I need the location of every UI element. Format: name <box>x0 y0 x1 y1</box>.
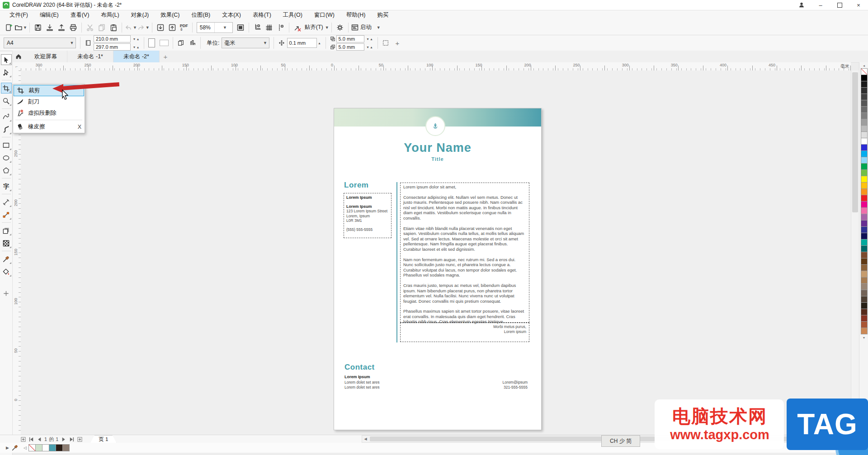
import-arrow-button[interactable] <box>44 22 56 33</box>
show-rulers-button[interactable] <box>251 22 263 33</box>
first-page-button[interactable] <box>27 436 35 442</box>
polygon-tool[interactable] <box>1 165 12 176</box>
color-swatch[interactable] <box>861 315 868 322</box>
duplicate-distance-x-field[interactable]: 5.0 mm <box>336 35 364 42</box>
cut-button[interactable] <box>84 22 96 33</box>
page-1-tab[interactable]: 页 1 <box>90 435 117 444</box>
portrait-orientation-button[interactable] <box>148 38 155 47</box>
color-swatch[interactable] <box>861 207 868 214</box>
color-swatch[interactable] <box>861 188 868 195</box>
palette-options-button[interactable]: ◂ <box>863 62 865 69</box>
color-swatch[interactable] <box>861 296 868 303</box>
copy-button[interactable] <box>96 22 108 33</box>
add-page-start-button[interactable] <box>19 436 27 442</box>
tab-welcome-screen[interactable]: 欢迎屏幕 <box>24 51 67 62</box>
menu-item[interactable]: 位图(B) <box>186 10 217 20</box>
palette-flyout-arrow[interactable]: ▶ <box>6 446 9 450</box>
launch-dropdown[interactable]: 启动▼ <box>351 22 381 33</box>
doc-color-swatch[interactable] <box>49 444 56 451</box>
publish-to-pdf-button[interactable]: PDF⇩ <box>178 22 190 33</box>
horizontal-ruler[interactable]: 毫米 3002502001501005005010015020025030035… <box>21 62 851 71</box>
artistic-media-tool[interactable] <box>1 124 12 135</box>
color-swatch[interactable] <box>861 169 868 176</box>
color-swatch[interactable] <box>861 94 868 100</box>
show-grid-button[interactable] <box>263 22 275 33</box>
menu-item[interactable]: 编辑(E) <box>34 10 65 20</box>
print-button[interactable] <box>67 22 79 33</box>
palette-scroll-left[interactable]: ◁ <box>24 446 27 450</box>
nudge-distance-field[interactable]: 0.1 mm <box>287 38 317 48</box>
maximize-button[interactable] <box>830 0 849 10</box>
zoom-level-select[interactable]: 58%▼ <box>197 22 233 33</box>
drawing-canvas[interactable]: Your Name Title Lorem Lorem Ipsum Lorem … <box>21 70 851 435</box>
color-swatch[interactable] <box>861 176 868 183</box>
shape-tool[interactable] <box>1 67 12 78</box>
flyout-item-knife-tool[interactable]: 刻刀 <box>14 96 84 108</box>
doc-color-swatch[interactable] <box>62 444 70 451</box>
duplicate-x-spinner[interactable]: ▾▴ <box>366 37 373 41</box>
color-swatch[interactable] <box>861 245 868 252</box>
all-pages-icon[interactable] <box>177 39 184 47</box>
color-swatch[interactable] <box>861 220 868 227</box>
page-height-spinner[interactable]: ▾▴ <box>132 45 140 49</box>
menu-item[interactable]: 购买 <box>371 10 394 20</box>
tab-untitled-1[interactable]: 未命名 -1* <box>67 51 113 62</box>
color-swatch[interactable] <box>861 87 868 94</box>
color-swatch[interactable] <box>861 75 868 81</box>
doc-color-swatch-none[interactable] <box>28 444 36 451</box>
color-swatch[interactable] <box>861 201 868 208</box>
color-swatch[interactable] <box>861 302 868 309</box>
menu-item[interactable]: 查看(V) <box>65 10 95 20</box>
connector-tool[interactable] <box>1 209 12 220</box>
current-page-icon[interactable] <box>189 39 196 47</box>
color-swatch[interactable] <box>861 252 868 258</box>
menu-item[interactable]: 表格(T) <box>247 10 277 20</box>
color-swatch[interactable] <box>861 157 868 164</box>
vertical-scrollbar-thumb[interactable] <box>852 72 858 212</box>
menu-item[interactable]: 对象(J) <box>125 10 155 20</box>
color-swatch[interactable] <box>861 328 868 334</box>
color-swatch[interactable] <box>861 264 868 271</box>
add-tool[interactable] <box>1 288 12 299</box>
color-swatch[interactable] <box>861 309 868 315</box>
account-button[interactable] <box>792 0 811 10</box>
page-height-field[interactable]: 297.0 mm <box>94 43 131 51</box>
color-swatch[interactable] <box>861 81 868 88</box>
color-swatch[interactable] <box>861 195 868 202</box>
color-swatch[interactable] <box>861 106 868 113</box>
palette-eyedropper-icon[interactable] <box>11 444 19 451</box>
redo-button[interactable]: ▼ <box>137 22 150 33</box>
page-width-spinner[interactable]: ▾▴ <box>132 37 140 41</box>
color-swatch[interactable] <box>861 144 868 151</box>
undo-button[interactable]: ▼ <box>124 22 137 33</box>
color-swatch[interactable] <box>861 138 868 145</box>
page-width-field[interactable]: 210.0 mm <box>94 35 131 42</box>
add-page-end-button[interactable] <box>75 436 84 442</box>
color-swatch[interactable] <box>861 258 868 265</box>
color-swatch[interactable] <box>861 125 868 132</box>
dimension-tool[interactable] <box>1 197 12 207</box>
doc-color-swatch[interactable] <box>35 444 42 451</box>
color-swatch-none[interactable] <box>861 68 868 75</box>
transparency-tool[interactable] <box>1 238 12 249</box>
menu-item[interactable]: 窗口(W) <box>308 10 340 20</box>
previous-page-button[interactable] <box>35 436 43 442</box>
color-swatch[interactable] <box>861 271 868 277</box>
color-swatch[interactable] <box>861 277 868 284</box>
last-page-button[interactable] <box>67 436 75 442</box>
units-select[interactable]: 毫米 ▼ <box>222 38 269 48</box>
palette-scroll-down-button[interactable]: ▾ <box>863 334 865 341</box>
customize-plus-button[interactable]: + <box>396 39 400 47</box>
minimize-button[interactable]: – <box>811 0 830 10</box>
flyout-item-virtual-segment-delete-tool[interactable]: 虚拟段删除 <box>14 108 84 119</box>
interactive-fill-tool[interactable] <box>1 266 12 277</box>
color-swatch[interactable] <box>861 214 868 220</box>
color-swatch[interactable] <box>861 233 868 239</box>
pick-tool[interactable] <box>1 54 12 65</box>
options-gear-button[interactable] <box>334 22 346 33</box>
color-swatch[interactable] <box>861 100 868 107</box>
text-tool[interactable]: 字 <box>1 181 12 192</box>
export-arrow-button[interactable] <box>56 22 67 33</box>
next-page-button[interactable] <box>59 436 67 442</box>
vertical-scrollbar[interactable] <box>851 70 859 435</box>
